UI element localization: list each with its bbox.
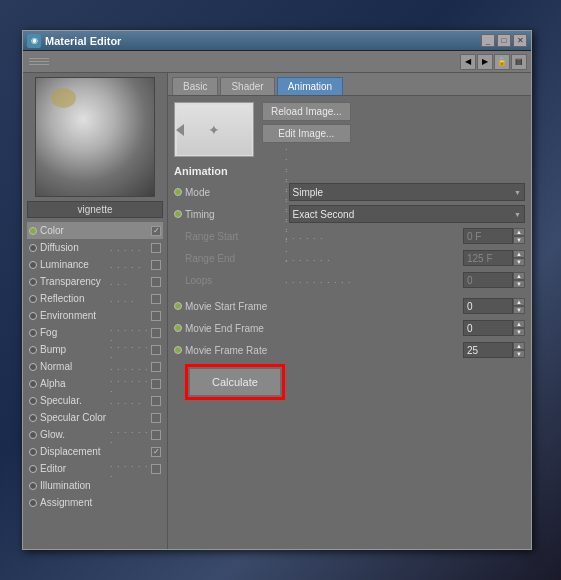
channel-color[interactable]: Color ✓ [27,222,163,239]
spinner-down[interactable]: ▼ [513,258,525,266]
dropdown-arrow-icon: ▼ [514,211,521,218]
movie-end-radio[interactable] [174,324,182,332]
channel-checkbox[interactable] [151,430,161,440]
channel-fog[interactable]: Fog . . . . . . . [27,324,163,341]
range-end-spinner[interactable]: ▲ ▼ [463,250,525,266]
range-end-spinner-buttons: ▲ ▼ [513,250,525,266]
range-start-spinner[interactable]: ▲ ▼ [463,228,525,244]
spinner-up[interactable]: ▲ [513,272,525,280]
movie-start-spinner-buttons: ▲ ▼ [513,298,525,314]
channel-displacement[interactable]: Displacement ✓ [27,443,163,460]
spinner-down[interactable]: ▼ [513,280,525,288]
channel-checkbox[interactable] [151,277,161,287]
channel-radio [29,244,37,252]
edit-image-button[interactable]: Edit Image... [262,124,351,143]
movie-rate-radio[interactable] [174,346,182,354]
tab-animation[interactable]: Animation [277,77,343,95]
mode-value: Simple [293,187,324,198]
panel-content: ✦ Reload Image... Edit Image... Animatio… [168,96,531,549]
channel-checkbox[interactable]: ✓ [151,447,161,457]
spinner-down[interactable]: ▼ [513,350,525,358]
channel-specular-color[interactable]: Specular Color [27,409,163,426]
image-buttons: Reload Image... Edit Image... [262,102,351,157]
spinner-up[interactable]: ▲ [513,320,525,328]
channel-checkbox[interactable] [151,345,161,355]
options-button[interactable]: ▤ [511,54,527,70]
lock-button[interactable]: 🔒 [494,54,510,70]
mode-radio[interactable] [174,188,182,196]
timing-radio[interactable] [174,210,182,218]
movie-rate-spinner[interactable]: ▲ ▼ [463,342,525,358]
loops-spinner[interactable]: ▲ ▼ [463,272,525,288]
channel-checkbox[interactable] [151,379,161,389]
channel-checkbox[interactable] [151,328,161,338]
loops-input[interactable] [463,272,513,288]
calculate-button[interactable]: Calculate [190,369,280,395]
close-button[interactable]: ✕ [513,34,527,47]
toolbar-navigation: ◀ ▶ 🔒 ▤ [460,54,527,70]
spinner-up[interactable]: ▲ [513,342,525,350]
material-name-input[interactable] [27,201,163,218]
restore-button[interactable]: □ [497,34,511,47]
field-movie-start-frame: Movie Start Frame ▲ ▼ [174,297,525,315]
spinner-down[interactable]: ▼ [513,328,525,336]
channel-radio [29,482,37,490]
channel-radio [29,465,37,473]
range-end-input[interactable] [463,250,513,266]
channel-checkbox[interactable] [151,294,161,304]
timing-dropdown[interactable]: Exact Second ▼ [289,205,525,223]
channel-glow[interactable]: Glow. . . . . . . . [27,426,163,443]
minimize-button[interactable]: _ [481,34,495,47]
channel-radio [29,414,37,422]
tab-shader[interactable]: Shader [220,77,274,95]
channel-assignment[interactable]: Assignment [27,494,163,511]
channel-checkbox[interactable] [151,396,161,406]
movie-start-spinner[interactable]: ▲ ▼ [463,298,525,314]
movie-rate-input[interactable] [463,342,513,358]
channel-radio [29,261,37,269]
channel-transparency[interactable]: Transparency . . . [27,273,163,290]
reload-image-button[interactable]: Reload Image... [262,102,351,121]
channel-radio [29,397,37,405]
channel-label: Environment [40,310,110,321]
tab-basic[interactable]: Basic [172,77,218,95]
channel-checkbox[interactable] [151,243,161,253]
channel-illumination[interactable]: Illumination [27,477,163,494]
channel-checkbox[interactable] [151,413,161,423]
spinner-up[interactable]: ▲ [513,228,525,236]
movie-start-input[interactable] [463,298,513,314]
spinner-down[interactable]: ▼ [513,306,525,314]
range-start-input[interactable] [463,228,513,244]
spinner-up[interactable]: ▲ [513,250,525,258]
channel-alpha[interactable]: Alpha . . . . . . . [27,375,163,392]
movie-start-radio[interactable] [174,302,182,310]
spinner-up[interactable]: ▲ [513,298,525,306]
channel-label: Specular Color [40,412,110,423]
channel-diffusion[interactable]: Diffusion . . . . . [27,239,163,256]
channel-checkbox[interactable] [151,311,161,321]
channel-reflection[interactable]: Reflection . . . . [27,290,163,307]
next-button[interactable]: ▶ [477,54,493,70]
channel-specular[interactable]: Specular. . . . . . [27,392,163,409]
movie-end-spinner[interactable]: ▲ ▼ [463,320,525,336]
channel-editor[interactable]: Editor . . . . . . . [27,460,163,477]
grip-handle [27,56,51,67]
channel-radio [29,363,37,371]
channel-label: Alpha [40,378,110,389]
channel-checkbox[interactable] [151,260,161,270]
channel-luminance[interactable]: Luminance . . . . . [27,256,163,273]
channel-bump[interactable]: Bump . . . . . . . [27,341,163,358]
channel-normal[interactable]: Normal . . . . . . [27,358,163,375]
field-timing: Timing . . . . . . . . . . Exact Second … [174,205,525,223]
spinner-down[interactable]: ▼ [513,236,525,244]
channel-checkbox[interactable] [151,464,161,474]
channel-checkbox[interactable] [151,362,161,372]
animation-section-title: Animation [174,165,525,177]
field-range-start: Range Start . . . . . . ▲ ▼ [174,227,525,245]
mode-dropdown[interactable]: Simple ▼ [289,183,525,201]
channel-checkbox[interactable]: ✓ [151,226,161,236]
prev-button[interactable]: ◀ [460,54,476,70]
channel-environment[interactable]: Environment [27,307,163,324]
movie-end-input[interactable] [463,320,513,336]
channel-label: Editor [40,463,110,474]
